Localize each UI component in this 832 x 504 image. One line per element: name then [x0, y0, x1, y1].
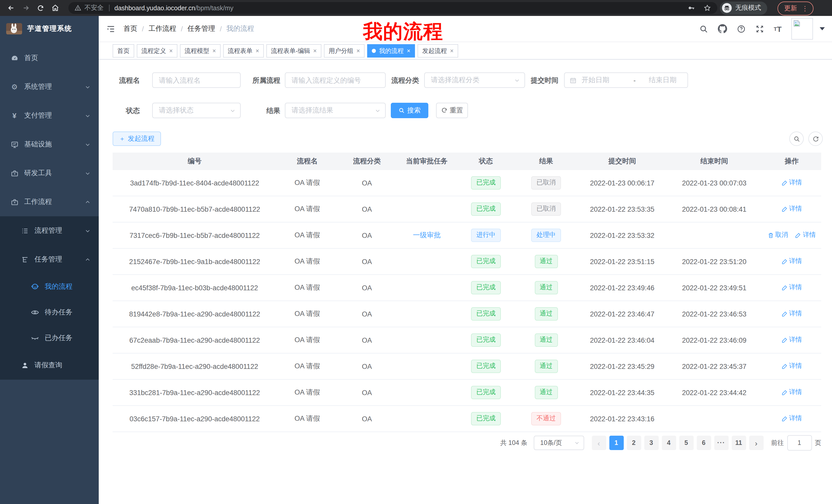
table-search-toggle-button[interactable]	[789, 132, 804, 146]
bookmark-star-icon[interactable]	[703, 4, 711, 12]
sidebar-item-infrastructure[interactable]: 基础设施	[0, 130, 99, 159]
refresh-button[interactable]	[808, 132, 823, 146]
sidebar-item-process-management[interactable]: 流程管理	[0, 216, 99, 245]
cancel-link[interactable]: 取消	[768, 231, 788, 240]
detail-link[interactable]: 详情	[781, 362, 802, 371]
current-task-link[interactable]: 一级审批	[413, 231, 441, 240]
sidebar-item-done-tasks[interactable]: 已办任务	[0, 325, 99, 351]
detail-link[interactable]: 详情	[781, 388, 802, 397]
sidebar-item-my-process[interactable]: 我的流程	[0, 274, 99, 300]
tab-process-form[interactable]: 流程表单 ×	[223, 44, 264, 57]
process-name: OA 请假	[277, 327, 338, 353]
key-icon[interactable]	[687, 4, 695, 12]
breadcrumb: 首页 / 工作流程 / 任务管理 / 我的流程	[123, 24, 254, 33]
close-icon[interactable]: ×	[212, 45, 216, 57]
end-date-placeholder[interactable]: 结束日期	[638, 76, 687, 85]
sidebar-item-leave-query[interactable]: 请假查询	[0, 351, 99, 380]
detail-link[interactable]: 详情	[781, 205, 802, 214]
github-icon[interactable]	[718, 24, 727, 33]
page-button-4[interactable]: 4	[661, 436, 676, 450]
tab-start-process[interactable]: 发起流程 ×	[418, 44, 458, 57]
sidebar-item-dev-tools[interactable]: 研发工具	[0, 159, 99, 188]
search-button[interactable]: 搜索	[391, 103, 428, 118]
process-id: 2152467e-7b9b-11ec-9a1b-acde48001122	[113, 248, 277, 275]
sidebar-item-task-management[interactable]: 任务管理	[0, 245, 99, 274]
update-button[interactable]: 更新 ⋮	[778, 1, 813, 15]
status-select[interactable]: 请选择状态	[152, 103, 241, 118]
avatar-caret-icon[interactable]	[820, 27, 825, 30]
hamburger-icon[interactable]	[106, 24, 115, 33]
breadcrumb-item[interactable]: 任务管理	[187, 24, 215, 33]
parent-process-input-field[interactable]	[285, 76, 385, 84]
process-name-input[interactable]	[152, 73, 241, 88]
next-page-button[interactable]: ›	[749, 436, 763, 450]
start-process-button[interactable]: ＋ 发起流程	[113, 132, 161, 146]
menu-dots-icon[interactable]: ⋮	[802, 4, 808, 12]
process-name-input-field[interactable]	[153, 76, 240, 84]
page-button-1[interactable]: 1	[609, 436, 623, 450]
close-icon[interactable]: ×	[313, 45, 317, 57]
current-task	[396, 380, 458, 405]
chevron-down-icon	[85, 170, 90, 176]
sidebar-item-todo-tasks[interactable]: 待办任务	[0, 300, 99, 325]
divider	[109, 5, 109, 11]
current-task	[396, 170, 458, 196]
incognito-label: 无痕模式	[735, 4, 761, 12]
page-button-5[interactable]: 5	[679, 436, 694, 450]
font-size-icon[interactable]: TT	[774, 24, 782, 33]
submit-time-range-picker[interactable]: 开始日期 - 结束日期	[564, 73, 688, 88]
goto-page-input[interactable]	[787, 435, 812, 451]
close-icon[interactable]: ×	[169, 45, 173, 57]
detail-link[interactable]: 详情	[781, 178, 802, 187]
result-select[interactable]: 请选择流结果	[285, 103, 386, 118]
close-icon[interactable]: ×	[256, 45, 259, 57]
prev-page-button[interactable]: ‹	[592, 436, 606, 450]
filter-label-submit-time: 提交时间	[522, 73, 558, 89]
start-date-placeholder[interactable]: 开始日期	[581, 76, 631, 85]
tab-process-form-edit[interactable]: 流程表单-编辑 ×	[266, 44, 321, 57]
detail-link[interactable]: 详情	[781, 283, 802, 292]
forward-icon[interactable]	[22, 4, 30, 12]
page-button-6[interactable]: 6	[697, 436, 711, 450]
back-icon[interactable]	[7, 4, 15, 12]
close-icon[interactable]: ×	[407, 45, 410, 57]
close-icon[interactable]: ×	[450, 45, 453, 57]
category-select[interactable]: 请选择流程分类	[424, 73, 525, 88]
breadcrumb-item[interactable]: 首页	[123, 24, 137, 33]
page-button-2[interactable]: 2	[627, 436, 641, 450]
close-icon[interactable]: ×	[356, 45, 360, 57]
search-icon[interactable]	[699, 24, 708, 33]
sidebar-item-system[interactable]: ⚙ 系统管理	[0, 73, 99, 101]
tab-my-process[interactable]: 我的流程 ×	[367, 44, 415, 57]
tab-process-definition[interactable]: 流程定义 ×	[137, 44, 177, 57]
detail-link-label: 详情	[789, 283, 802, 292]
app-logo[interactable]: 芋道管理系统	[0, 16, 99, 41]
reload-icon[interactable]	[37, 4, 44, 11]
address-bar[interactable]: 不安全 dashboard.yudao.iocoder.cn/bpm/task/…	[69, 2, 717, 14]
sidebar-item-label: 已办任务	[45, 333, 73, 343]
page-size-select[interactable]: 10条/页	[534, 436, 584, 450]
detail-link[interactable]: 详情	[795, 231, 816, 240]
breadcrumb-item[interactable]: 工作流程	[149, 24, 176, 33]
tab-process-model[interactable]: 流程模型 ×	[180, 44, 220, 57]
avatar[interactable]	[791, 18, 813, 39]
tab-home[interactable]: 首页	[113, 44, 134, 57]
detail-link[interactable]: 详情	[781, 257, 802, 266]
page-button-3[interactable]: 3	[644, 436, 658, 450]
parent-process-input[interactable]	[285, 73, 386, 88]
help-icon[interactable]	[737, 24, 745, 33]
detail-link[interactable]: 详情	[781, 310, 802, 318]
page-button-11[interactable]: 11	[731, 436, 746, 450]
sidebar-item-workflow[interactable]: 工作流程	[0, 188, 99, 216]
detail-link[interactable]: 详情	[781, 336, 802, 344]
fullscreen-icon[interactable]	[755, 24, 764, 33]
sidebar-item-home[interactable]: 首页	[0, 44, 99, 73]
sidebar-item-payment[interactable]: ¥ 支付管理	[0, 101, 99, 130]
process-category: OA	[338, 327, 396, 353]
reset-button[interactable]: 重置	[436, 103, 468, 118]
tab-user-group[interactable]: 用户分组 ×	[324, 44, 365, 57]
home-icon[interactable]	[51, 4, 59, 12]
more-pages-icon[interactable]: ···	[714, 436, 728, 450]
detail-link[interactable]: 详情	[781, 414, 802, 423]
not-secure-label: 不安全	[84, 4, 104, 12]
